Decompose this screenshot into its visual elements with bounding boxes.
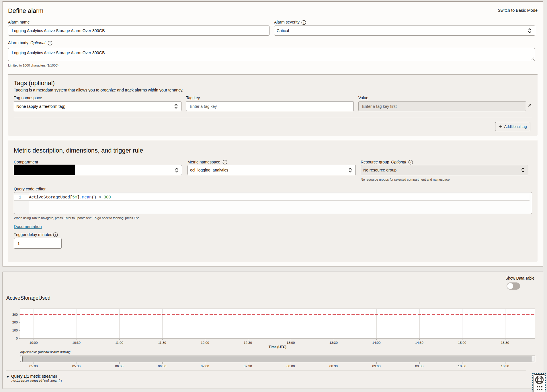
svg-text:i: i bbox=[50, 41, 50, 45]
svg-text:i: i bbox=[410, 160, 411, 164]
svg-text:i: i bbox=[55, 233, 56, 236]
svg-text:i: i bbox=[303, 21, 304, 24]
svg-text:i: i bbox=[224, 160, 225, 164]
